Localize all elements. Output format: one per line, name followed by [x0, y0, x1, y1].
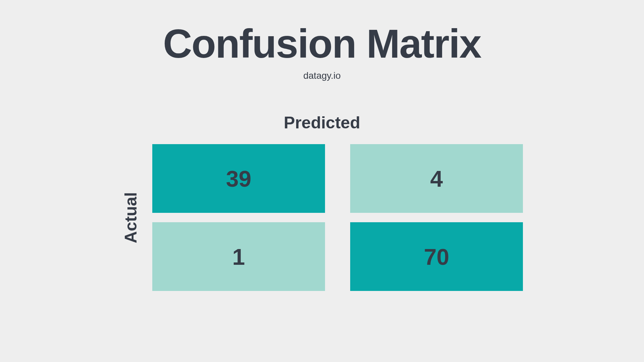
confusion-matrix-grid: 39 4 1 70 — [152, 144, 523, 291]
row-axis-label: Actual — [121, 192, 141, 243]
matrix-cell-bottom-left: 1 — [152, 222, 325, 291]
column-axis-label: Predicted — [284, 113, 360, 132]
matrix-cell-top-right: 4 — [350, 144, 523, 213]
subtitle: datagy.io — [303, 70, 341, 81]
matrix-cell-top-left: 39 — [152, 144, 325, 213]
matrix-cell-bottom-right: 70 — [350, 222, 523, 291]
main-title: Confusion Matrix — [163, 23, 481, 64]
matrix-wrapper: Actual 39 4 1 70 — [121, 144, 523, 291]
